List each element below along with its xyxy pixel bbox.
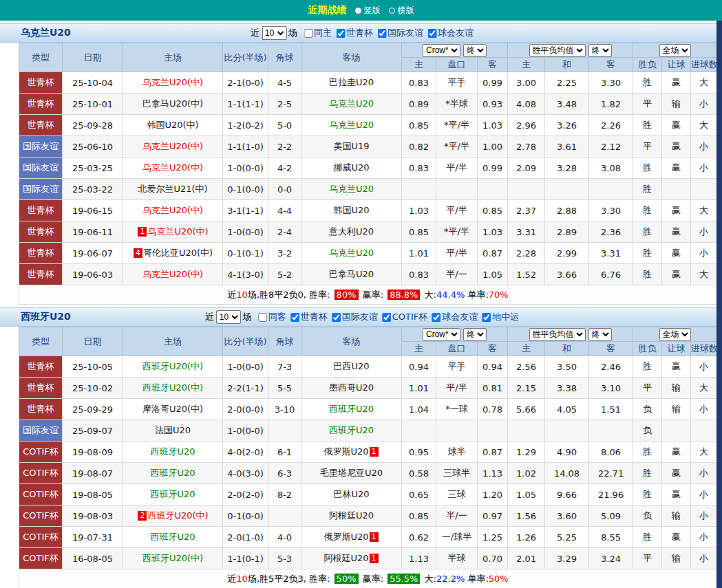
odds-company-select[interactable]: Crow* — [423, 44, 460, 57]
competition-filter-checkbox[interactable] — [290, 313, 299, 322]
europe-stage-select[interactable]: 终 — [588, 44, 612, 57]
score-cell[interactable]: 2-1(0-0) — [223, 72, 268, 94]
scope-select[interactable]: 全场 — [659, 44, 691, 57]
home-team-name[interactable]: 西班牙U20(中) — [147, 510, 208, 521]
competition-filter[interactable]: 球会友谊 — [427, 27, 474, 39]
away-team-name[interactable]: 乌克兰U20 — [329, 98, 374, 109]
summary-segment: 80% — [335, 290, 359, 300]
score-cell[interactable]: 2-0(1-0) — [223, 527, 268, 548]
asian-odds-cell: 1.03 — [478, 221, 508, 243]
away-team-name[interactable]: 西班牙U20 — [329, 404, 374, 414]
result-cell: 赢 — [662, 72, 691, 94]
home-team-name[interactable]: 乌克兰U20(中) — [142, 205, 203, 215]
score-cell[interactable]: 2-0(2-0) — [223, 484, 268, 505]
odds-stage-select[interactable]: 终 — [463, 328, 487, 341]
away-team-name[interactable]: 西班牙U20 — [329, 425, 374, 435]
scope-select[interactable]: 全场 — [659, 328, 691, 341]
europe-odds-cell: 22.71 — [589, 463, 633, 484]
home-team-name[interactable]: 乌克兰U20(中) — [142, 77, 203, 87]
score-cell[interactable]: 1-2(0-2) — [223, 115, 268, 136]
match-count-select[interactable]: 10 — [262, 26, 286, 40]
competition-filter[interactable]: 世青杯 — [290, 311, 328, 323]
venue-filter-checkbox[interactable] — [258, 313, 267, 322]
home-team-name[interactable]: 西班牙U20 — [150, 446, 195, 457]
competition-filter[interactable]: 球会友谊 — [432, 311, 478, 323]
competition-filter[interactable]: 国际友谊 — [377, 27, 423, 39]
score-cell[interactable]: 2-2(1-1) — [223, 378, 268, 399]
result-cell: 大 — [691, 378, 717, 399]
home-team-name[interactable]: 乌克兰U20(中) — [147, 226, 208, 237]
match-count-select[interactable]: 10 — [216, 310, 241, 324]
competition-filter[interactable]: 地中运 — [482, 311, 519, 323]
score-cell[interactable]: 4-0(3-0) — [223, 463, 268, 484]
competition-filter[interactable]: 国际友谊 — [332, 311, 378, 323]
score-cell[interactable]: 0-1(0-0) — [223, 179, 268, 200]
odds-stage-select[interactable]: 终 — [463, 44, 487, 57]
score-cell[interactable]: 1-1(1-1) — [223, 94, 268, 115]
corner-cell: 3-2 — [268, 243, 301, 264]
odds-company-select[interactable]: Crow* — [423, 328, 460, 341]
away-team-name[interactable]: 乌克兰U20 — [329, 120, 374, 130]
score-cell[interactable]: 3-1(1-1) — [223, 200, 268, 221]
venue-filter[interactable]: 同客 — [258, 311, 286, 323]
corner-cell: 7-3 — [268, 356, 301, 378]
home-team-name[interactable]: 乌克兰U20(中) — [142, 269, 203, 279]
home-team-name[interactable]: 乌克兰U20(中) — [142, 162, 203, 173]
competition-filter-checkbox[interactable] — [427, 29, 436, 38]
score-cell[interactable]: 1-1(0-1) — [223, 548, 268, 569]
competition-cell: 世青杯 — [19, 243, 63, 264]
competition-filter[interactable]: COTIF杯 — [382, 311, 428, 323]
summary-segment: 大: — [421, 574, 436, 584]
score-cell[interactable]: 1-0(0-0) — [223, 157, 268, 179]
away-team-cell: 毛里塔尼亚U20 — [301, 463, 402, 484]
competition-filter-checkbox[interactable] — [432, 313, 440, 322]
score-cell[interactable]: 1-0(0-0) — [223, 356, 268, 378]
score-cell[interactable]: 4-1(3-0) — [223, 264, 268, 285]
europe-odds-cell: 5.09 — [589, 505, 633, 527]
col-header: 比分(半场) — [223, 327, 268, 356]
score-cell[interactable]: 1-0(0-0) — [223, 420, 268, 442]
europe-odds-cell: 5.25 — [545, 527, 589, 548]
score-cell[interactable]: 0-1(0-1) — [223, 243, 268, 264]
match-row: COTIF杯19-08-09西班牙U204-0(2-0)6-1俄罗斯U2010.… — [19, 442, 717, 463]
header-select-group: 全场 — [633, 43, 717, 58]
competition-filter-checkbox[interactable] — [482, 313, 491, 322]
home-team-name[interactable]: 乌克兰U20(中) — [142, 141, 203, 151]
score-cell[interactable]: 1-1(1-0) — [223, 136, 268, 157]
venue-filter-checkbox[interactable] — [304, 29, 312, 38]
date-cell: 25-09-29 — [63, 399, 123, 420]
europe-stage-select[interactable]: 终 — [588, 328, 612, 341]
europe-odds-cell: 2.88 — [545, 200, 589, 221]
competition-filter-checkbox[interactable] — [336, 29, 345, 38]
away-team-cell: 巴拉圭U20 — [301, 72, 402, 94]
match-row: 世青杯19-06-03乌克兰U20(中)4-1(3-0)5-2巴拿马U200.8… — [19, 264, 717, 285]
away-team-name[interactable]: 乌克兰U20 — [329, 184, 374, 194]
europe-odds-select[interactable]: 胜平负均值 — [529, 44, 586, 57]
venue-filter[interactable]: 同主 — [304, 27, 332, 39]
asian-odds-cell: 半/一 — [436, 505, 478, 527]
sections-container: 乌克兰U20近10场同主世青杯国际友谊球会友谊类型日期主场比分(半场)角球客场C… — [0, 23, 722, 588]
home-team-name[interactable]: 西班牙U20(中) — [142, 553, 203, 563]
home-team-name[interactable]: 西班牙U20(中) — [142, 382, 203, 393]
result-cell: 大 — [691, 264, 717, 285]
competition-filter-label: 球会友谊 — [438, 27, 474, 39]
score-cell[interactable]: 1-0(0-0) — [223, 221, 268, 243]
score-cell[interactable]: 2-0(0-0) — [223, 399, 268, 420]
home-team-name[interactable]: 西班牙U20 — [150, 468, 195, 478]
layout-radio-horizontal[interactable]: 横版 — [389, 5, 414, 17]
score-cell[interactable]: 0-1(0-0) — [223, 505, 268, 527]
europe-odds-select[interactable]: 胜平负均值 — [529, 328, 586, 341]
competition-filter-checkbox[interactable] — [382, 313, 391, 322]
competition-filter-checkbox[interactable] — [377, 29, 386, 38]
home-team-name[interactable]: 西班牙U20 — [150, 489, 195, 499]
asian-odds-cell: 1.00 — [478, 136, 508, 157]
away-team-name[interactable]: 乌克兰U20 — [329, 248, 374, 258]
layout-radio-vertical[interactable]: 竖版 — [355, 5, 381, 17]
home-team-name[interactable]: 西班牙U20(中) — [142, 361, 203, 371]
score-cell[interactable]: 4-0(2-0) — [223, 442, 268, 463]
right-scrollbar-strip[interactable] — [716, 21, 722, 588]
competition-filter-checkbox[interactable] — [332, 313, 341, 322]
home-team-name[interactable]: 西班牙U20 — [150, 532, 195, 542]
competition-filter[interactable]: 世青杯 — [336, 27, 373, 39]
competition-filter-label: 世青杯 — [346, 27, 373, 39]
